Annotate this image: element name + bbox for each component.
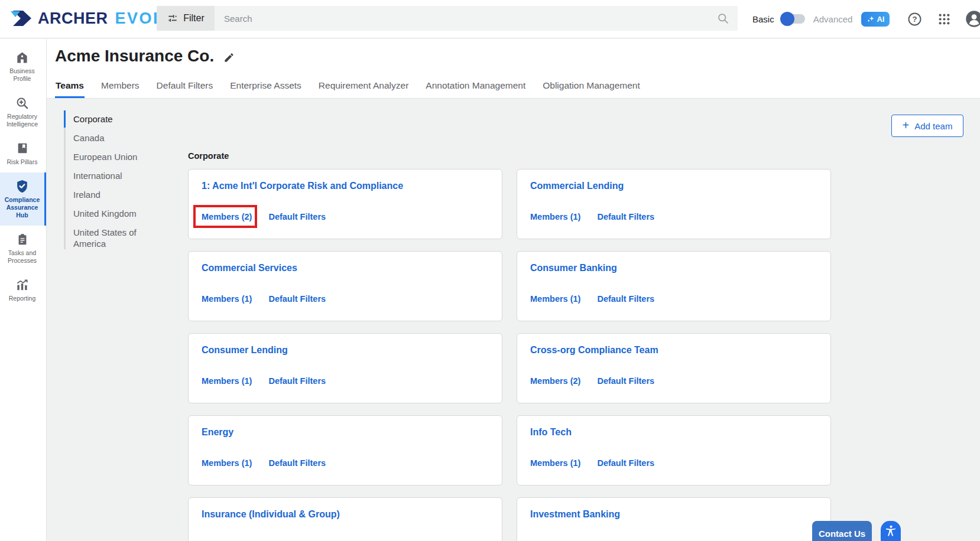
filter-sliders-icon <box>167 12 179 24</box>
team-card: Consumer Lending Members (1) Default Fil… <box>188 333 502 403</box>
tab[interactable]: Requirement Analyzer <box>318 76 410 98</box>
members-link[interactable]: Members (1) <box>202 376 252 386</box>
team-name-link[interactable]: Investment Banking <box>530 509 620 520</box>
tab[interactable]: Obligation Management <box>542 76 641 98</box>
team-card: Insurance (Individual & Group) <box>188 497 502 541</box>
sidebar-item-label: Business Profile <box>2 67 43 83</box>
sidebar-item[interactable]: Tasks and Processes <box>0 226 46 271</box>
compliance-shield-icon <box>15 179 30 193</box>
filter-button[interactable]: Filter <box>157 6 215 31</box>
team-card-links: Members (1) Default Filters <box>202 376 326 386</box>
team-card: Commercial Lending Members (1) Default F… <box>517 169 831 239</box>
team-name-link[interactable]: Insurance (Individual & Group) <box>202 509 340 520</box>
team-card-links: Members (1) Default Filters <box>530 458 654 468</box>
team-card: Investment Banking <box>517 497 831 541</box>
team-name-link[interactable]: Commercial Services <box>202 263 297 273</box>
default-filters-link[interactable]: Default Filters <box>597 294 654 304</box>
tab[interactable]: Default Filters <box>156 76 214 98</box>
tree-item[interactable]: Canada <box>73 132 150 144</box>
sidebar-item[interactable]: Regulatory Intelligence <box>0 89 46 135</box>
apps-grid-icon[interactable] <box>939 14 950 25</box>
team-name-link[interactable]: Energy <box>202 427 233 438</box>
team-card-links: Members (2) Default Filters <box>530 376 654 386</box>
team-card-links: Members (1) Default Filters <box>530 294 654 304</box>
ai-button[interactable]: AI <box>861 12 890 27</box>
business-profile-icon <box>15 50 29 64</box>
team-name-link[interactable]: Info Tech <box>530 427 572 438</box>
tree-item[interactable]: European Union <box>73 151 150 162</box>
members-link[interactable]: Members (1) <box>202 294 252 304</box>
team-name-link[interactable]: 1: Acme Int'l Corporate Risk and Complia… <box>202 181 403 191</box>
default-filters-link[interactable]: Default Filters <box>597 376 654 386</box>
team-cards-grid: 1: Acme Int'l Corporate Risk and Complia… <box>188 169 831 541</box>
ai-sparkle-icon <box>867 15 875 23</box>
sidebar-item[interactable]: Compliance Assurance Hub <box>0 172 46 226</box>
org-tree: Corporate Canada European Union Internat… <box>64 113 167 257</box>
default-filters-link[interactable]: Default Filters <box>597 212 654 221</box>
team-card: 1: Acme Int'l Corporate Risk and Complia… <box>188 169 502 239</box>
tasks-clipboard-icon <box>16 232 29 246</box>
filter-button-label: Filter <box>183 13 205 24</box>
add-team-label: Add team <box>914 121 952 131</box>
members-link[interactable]: Members (2) <box>530 376 580 386</box>
sidebar-item[interactable]: Risk Pillars <box>0 135 46 172</box>
sidebar-item-label: Tasks and Processes <box>2 249 43 265</box>
add-team-button[interactable]: + Add team <box>891 115 963 137</box>
contact-us-button[interactable]: Contact Us <box>812 521 872 541</box>
search-input[interactable] <box>215 6 717 31</box>
default-filters-link[interactable]: Default Filters <box>597 458 654 468</box>
risk-pillars-icon <box>16 141 29 155</box>
members-link[interactable]: Members (1) <box>530 458 580 468</box>
tab[interactable]: Members <box>100 76 140 98</box>
default-filters-link[interactable]: Default Filters <box>268 458 326 468</box>
basic-advanced-toggle[interactable] <box>781 14 805 24</box>
search-icon[interactable] <box>717 6 738 31</box>
advanced-mode-label: Advanced <box>813 14 853 24</box>
help-icon[interactable]: ? <box>907 12 922 27</box>
page-header: Acme Insurance Co. Teams Members Default… <box>47 39 980 99</box>
regulatory-intelligence-icon <box>15 96 29 110</box>
tree-item[interactable]: United Kingdom <box>73 208 150 219</box>
tab[interactable]: Teams <box>55 76 85 98</box>
team-card-links: Members (1) Default Filters <box>202 294 326 304</box>
members-link[interactable]: Members (2) <box>202 212 252 221</box>
members-link[interactable]: Members (1) <box>202 458 252 468</box>
team-name-link[interactable]: Cross-org Compliance Team <box>530 345 658 356</box>
team-name-link[interactable]: Commercial Lending <box>530 181 624 191</box>
tree-item[interactable]: International <box>73 170 150 181</box>
toggle-knob <box>780 12 794 26</box>
default-filters-link[interactable]: Default Filters <box>268 376 326 386</box>
top-bar: ARCHER EVOLV Filter Basic <box>0 0 980 38</box>
tab[interactable]: Annotation Management <box>425 76 526 98</box>
tree-item[interactable]: United States of America <box>73 227 150 249</box>
reporting-chart-icon <box>15 278 29 292</box>
account-avatar-icon[interactable] <box>965 10 980 28</box>
tree-item[interactable]: Corporate <box>73 113 150 125</box>
team-group-label: Corporate <box>188 151 831 161</box>
default-filters-link[interactable]: Default Filters <box>268 294 326 304</box>
sidebar-item[interactable]: Business Profile <box>0 44 46 89</box>
sidebar-item-label: Reporting <box>9 295 36 302</box>
accessibility-icon[interactable] <box>881 521 901 541</box>
default-filters-link[interactable]: Default Filters <box>268 212 326 221</box>
team-card: Commercial Services Members (1) Default … <box>188 251 502 321</box>
archer-evolv-logo: ARCHER EVOLV <box>9 9 176 28</box>
page-title: Acme Insurance Co. <box>55 47 214 66</box>
logo-brand-text: ARCHER <box>38 9 108 28</box>
teams-section: Corporate 1: Acme Int'l Corporate Risk a… <box>188 151 831 541</box>
edit-pencil-icon[interactable] <box>223 52 235 63</box>
sidebar-item[interactable]: Reporting <box>0 271 46 309</box>
ai-button-label: AI <box>877 15 884 24</box>
tree-item[interactable]: Ireland <box>73 189 150 200</box>
team-name-link[interactable]: Consumer Lending <box>202 345 288 356</box>
members-link[interactable]: Members (1) <box>530 212 580 221</box>
team-card-links: Members (1) Default Filters <box>530 212 654 221</box>
team-name-link[interactable]: Consumer Banking <box>530 263 617 273</box>
sidebar-item-label: Regulatory Intelligence <box>2 113 43 128</box>
members-link[interactable]: Members (1) <box>530 294 580 304</box>
sidebar-item-label: Compliance Assurance Hub <box>2 196 43 219</box>
sidebar-item-label: Risk Pillars <box>7 158 38 166</box>
tab[interactable]: Enterprise Assets <box>229 76 302 98</box>
team-card: Info Tech Members (1) Default Filters <box>517 415 831 485</box>
team-card-links: Members (1) Default Filters <box>202 458 326 468</box>
